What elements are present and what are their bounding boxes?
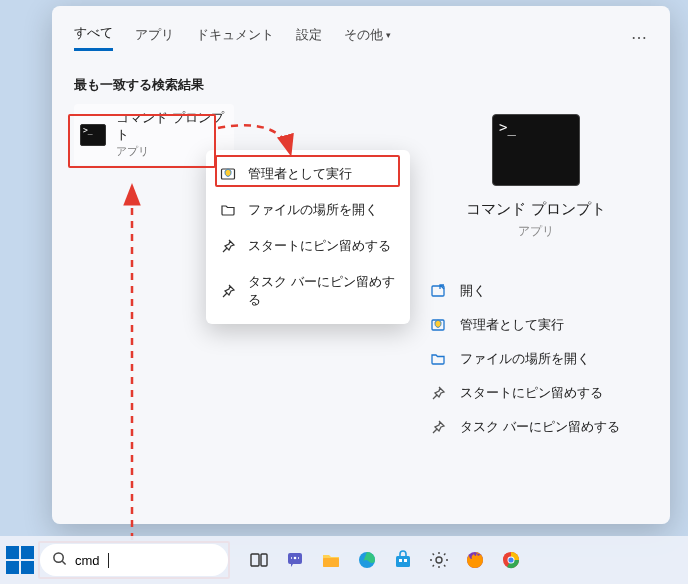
action-pin-start[interactable]: スタートにピン留めする: [424, 376, 648, 410]
action-list: 開く 管理者として実行 ファイルの場所を開く スタートにピン留めする: [424, 274, 648, 444]
chevron-down-icon: ▾: [386, 30, 391, 40]
folder-icon: [220, 202, 236, 218]
search-input-value: cmd: [75, 553, 100, 568]
tab-documents[interactable]: ドキュメント: [196, 26, 274, 50]
text-caret: [108, 553, 109, 568]
svg-point-4: [54, 553, 63, 562]
svg-point-14: [436, 557, 442, 563]
preview-pane: コマンド プロンプト アプリ 開く 管理者として実行 ファイルの場所を開く: [424, 96, 648, 444]
pin-icon: [220, 238, 236, 254]
action-run-admin-label: 管理者として実行: [460, 316, 564, 334]
svg-rect-11: [396, 556, 410, 567]
pin-icon: [220, 283, 236, 299]
folder-icon: [430, 351, 446, 367]
action-open-location[interactable]: ファイルの場所を開く: [424, 342, 648, 376]
preview-subtitle: アプリ: [424, 223, 648, 240]
cm-run-admin-label: 管理者として実行: [248, 165, 352, 183]
more-options-icon[interactable]: ⋯: [631, 28, 648, 47]
task-view-icon[interactable]: [246, 547, 272, 573]
firefox-icon[interactable]: [462, 547, 488, 573]
cm-open-location[interactable]: ファイルの場所を開く: [206, 192, 410, 228]
cm-open-location-label: ファイルの場所を開く: [248, 201, 378, 219]
tab-more[interactable]: その他▾: [344, 26, 391, 50]
svg-rect-12: [399, 559, 402, 562]
context-menu: 管理者として実行 ファイルの場所を開く スタートにピン留めする タスク バーにピ…: [206, 150, 410, 324]
edge-icon[interactable]: [354, 547, 380, 573]
svg-point-18: [508, 557, 513, 562]
cm-run-admin[interactable]: 管理者として実行: [206, 156, 410, 192]
svg-rect-9: [323, 558, 339, 567]
svg-rect-13: [404, 559, 407, 562]
cm-pin-taskbar-label: タスク バーにピン留めする: [248, 273, 396, 309]
chrome-icon[interactable]: [498, 547, 524, 573]
shield-admin-icon: [430, 317, 446, 333]
tab-all[interactable]: すべて: [74, 24, 113, 51]
action-run-admin[interactable]: 管理者として実行: [424, 308, 648, 342]
search-icon: [52, 551, 67, 569]
pin-icon: [430, 419, 446, 435]
best-match-label: 最も一致する検索結果: [74, 77, 648, 94]
cm-pin-start-label: スタートにピン留めする: [248, 237, 391, 255]
svg-point-8: [294, 557, 297, 560]
svg-rect-6: [261, 554, 267, 566]
preview-title: コマンド プロンプト: [424, 200, 648, 219]
action-open[interactable]: 開く: [424, 274, 648, 308]
taskbar-icons: [246, 547, 524, 573]
action-pin-taskbar[interactable]: タスク バーにピン留めする: [424, 410, 648, 444]
search-tabs: すべて アプリ ドキュメント 設定 その他▾ ⋯: [74, 24, 648, 51]
store-icon[interactable]: [390, 547, 416, 573]
pin-icon: [430, 385, 446, 401]
action-open-location-label: ファイルの場所を開く: [460, 350, 590, 368]
cm-pin-taskbar[interactable]: タスク バーにピン留めする: [206, 264, 410, 318]
action-open-label: 開く: [460, 282, 486, 300]
action-pin-taskbar-label: タスク バーにピン留めする: [460, 418, 620, 436]
svg-rect-5: [251, 554, 259, 566]
chat-icon[interactable]: [282, 547, 308, 573]
start-button[interactable]: [6, 546, 34, 574]
open-icon: [430, 283, 446, 299]
settings-icon[interactable]: [426, 547, 452, 573]
taskbar-search[interactable]: cmd: [40, 544, 228, 576]
tab-apps[interactable]: アプリ: [135, 26, 174, 50]
shield-admin-icon: [220, 166, 236, 182]
result-title: コマンド プロンプト: [116, 110, 228, 144]
command-prompt-icon: [80, 124, 106, 146]
file-explorer-icon[interactable]: [318, 547, 344, 573]
tab-settings[interactable]: 設定: [296, 26, 322, 50]
command-prompt-large-icon: [492, 114, 580, 186]
taskbar: cmd: [0, 536, 688, 584]
cm-pin-start[interactable]: スタートにピン留めする: [206, 228, 410, 264]
action-pin-start-label: スタートにピン留めする: [460, 384, 603, 402]
